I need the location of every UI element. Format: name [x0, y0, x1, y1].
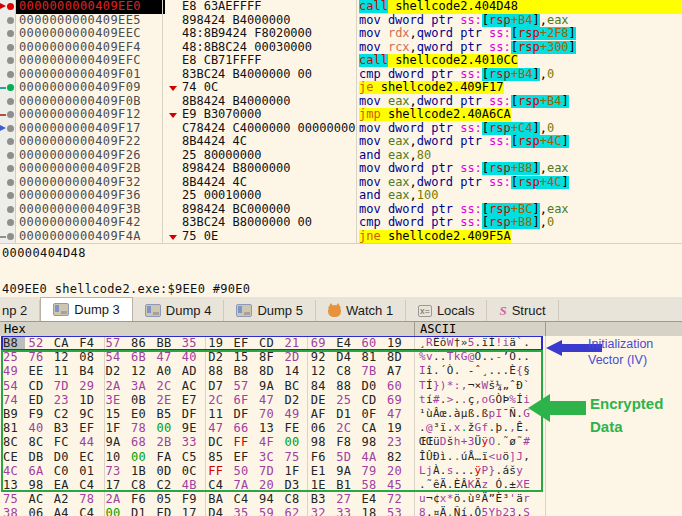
ascii-char[interactable]: §	[523, 364, 530, 378]
hex-byte[interactable]: D4	[208, 506, 230, 516]
hex-byte[interactable]: 00	[284, 435, 306, 449]
bytes-cell[interactable]: 898424 BC000000	[165, 203, 359, 217]
ascii-char[interactable]: .	[461, 464, 468, 478]
hex-byte[interactable]: 1E	[311, 478, 333, 492]
ascii-char[interactable]: í	[426, 393, 433, 407]
hex-byte[interactable]: 81	[3, 421, 25, 435]
hex-byte[interactable]: 1F	[106, 421, 128, 435]
hex-byte[interactable]: 75	[3, 492, 25, 506]
hex-byte[interactable]: AC	[182, 379, 204, 393]
ascii-char[interactable]: y	[516, 464, 523, 478]
hex-byte[interactable]: 12	[131, 364, 153, 378]
ascii-char[interactable]: †	[454, 336, 461, 350]
hex-byte[interactable]: 72	[387, 492, 409, 506]
hex-byte[interactable]: 23	[387, 435, 409, 449]
hex-byte[interactable]: CD	[28, 379, 50, 393]
ascii-char[interactable]: Ð	[433, 450, 440, 464]
hex-byte[interactable]: AD	[182, 364, 204, 378]
ascii-char[interactable]: .	[447, 506, 454, 516]
ascii-char[interactable]: 3	[509, 506, 516, 516]
hex-byte[interactable]: F9	[182, 492, 204, 506]
ascii-char[interactable]: .	[419, 478, 426, 492]
bytes-cell[interactable]: 25 00010000	[165, 189, 359, 203]
ascii-char[interactable]: …	[475, 450, 482, 464]
ascii-char[interactable]: ß	[482, 407, 489, 421]
hex-byte[interactable]: D3	[284, 478, 306, 492]
ascii-char[interactable]: @	[426, 421, 433, 435]
ascii-char[interactable]: 8	[419, 506, 426, 516]
address-cell[interactable]: 0000000000409EEC	[16, 27, 165, 41]
ascii-char[interactable]: „	[502, 379, 509, 393]
disasm-row[interactable]: 0000000000409EF448:8B8C24 00030000mov rc…	[0, 41, 682, 55]
hex-byte[interactable]: 47	[259, 393, 281, 407]
hex-byte[interactable]: 9A	[259, 379, 281, 393]
hex-byte[interactable]: 0F	[362, 407, 384, 421]
instruction-cell[interactable]: cmp dword ptr ss:[rsp+B8],0	[359, 216, 682, 230]
hex-byte[interactable]: E4	[362, 492, 384, 506]
disasm-row[interactable]: 0000000000409F3B898424 BC000000mov dword…	[0, 203, 682, 217]
ascii-char[interactable]: á	[502, 464, 509, 478]
ascii-char[interactable]: :	[454, 379, 461, 393]
instruction-cell[interactable]: mov eax,dword ptr ss:[rsp+B4]	[359, 95, 682, 109]
ascii-char[interactable]: .	[447, 421, 454, 435]
instruction-cell[interactable]: mov dword ptr ss:[rsp+BC],eax	[359, 203, 682, 217]
hex-byte[interactable]: 2E	[156, 393, 178, 407]
bytes-cell[interactable]: 83BC24 B8000000 00	[165, 216, 359, 230]
hex-byte[interactable]: 15	[106, 407, 128, 421]
hex-byte[interactable]: 21	[284, 336, 306, 350]
hex-byte[interactable]: 59	[259, 506, 281, 516]
ascii-char[interactable]: E	[523, 478, 530, 492]
ascii-char[interactable]: ´	[440, 364, 447, 378]
hex-byte[interactable]: 19	[208, 336, 230, 350]
instruction-dot-icon[interactable]	[7, 206, 14, 213]
instruction-dot-icon[interactable]	[7, 165, 14, 172]
hex-byte[interactable]: 52	[28, 336, 50, 350]
ascii-char[interactable]: ú	[461, 450, 468, 464]
instruction-cell[interactable]: jne shellcode2.409F5A	[359, 230, 682, 244]
dump-row[interactable]: 3806A4C400D1ED17D4355962323318538.¤Ä.Ñí.…	[0, 506, 682, 516]
ascii-char[interactable]: .	[419, 421, 426, 435]
hex-byte[interactable]: 47	[387, 407, 409, 421]
ascii-char[interactable]: >	[447, 393, 454, 407]
address-cell[interactable]: 0000000000409F32	[16, 176, 165, 190]
hex-byte[interactable]: 3A	[131, 379, 153, 393]
ascii-char[interactable]: ï	[482, 336, 489, 350]
hex-byte[interactable]: 9C	[79, 407, 101, 421]
ascii-char[interactable]: ô	[440, 336, 447, 350]
hex-byte[interactable]: 69	[311, 336, 333, 350]
ascii-char[interactable]: W	[482, 379, 489, 393]
hex-byte[interactable]: 35	[234, 506, 256, 516]
hex-byte[interactable]: C0	[54, 464, 76, 478]
hex-byte[interactable]: 94	[259, 492, 281, 506]
breakpoint-gutter[interactable]	[0, 135, 16, 149]
ascii-char[interactable]: .	[433, 350, 440, 364]
ascii-char[interactable]: ä	[516, 492, 523, 506]
ascii-char[interactable]: Ä	[482, 492, 489, 506]
hex-byte[interactable]: FA	[156, 450, 178, 464]
ascii-char[interactable]: ˜	[516, 435, 523, 449]
hex-byte[interactable]: 3C	[259, 450, 281, 464]
ascii-char[interactable]: Ñ	[454, 506, 461, 516]
ascii-char[interactable]: ž	[468, 421, 475, 435]
ascii-char[interactable]: ”	[489, 492, 496, 506]
hex-byte[interactable]: C8	[284, 492, 306, 506]
bytes-cell[interactable]: 8B4424 4C	[165, 176, 359, 190]
ascii-char[interactable]: .	[523, 350, 530, 364]
address-cell[interactable]: 0000000000409EE5	[16, 14, 165, 28]
instruction-dot-icon[interactable]	[7, 98, 14, 105]
hex-byte[interactable]: 29	[79, 379, 101, 393]
hex-byte[interactable]: 13	[259, 421, 281, 435]
hex-byte[interactable]: A4	[54, 506, 76, 516]
hex-byte[interactable]: 6F	[234, 393, 256, 407]
disasm-row[interactable]: 0000000000409F2B898424 B8000000mov dword…	[0, 162, 682, 176]
breakpoint-gutter[interactable]	[0, 0, 16, 14]
hex-byte[interactable]: 11	[208, 407, 230, 421]
hex-byte[interactable]: D7	[208, 379, 230, 393]
ascii-char[interactable]: K	[468, 478, 475, 492]
column-divider[interactable]	[162, 0, 163, 243]
address-cell[interactable]: 0000000000409EE0	[16, 0, 165, 14]
ascii-char[interactable]: ×	[475, 379, 482, 393]
instruction-dot-icon[interactable]	[7, 219, 14, 226]
ascii-char[interactable]: u	[495, 450, 502, 464]
ascii-char[interactable]: ‚	[523, 450, 530, 464]
